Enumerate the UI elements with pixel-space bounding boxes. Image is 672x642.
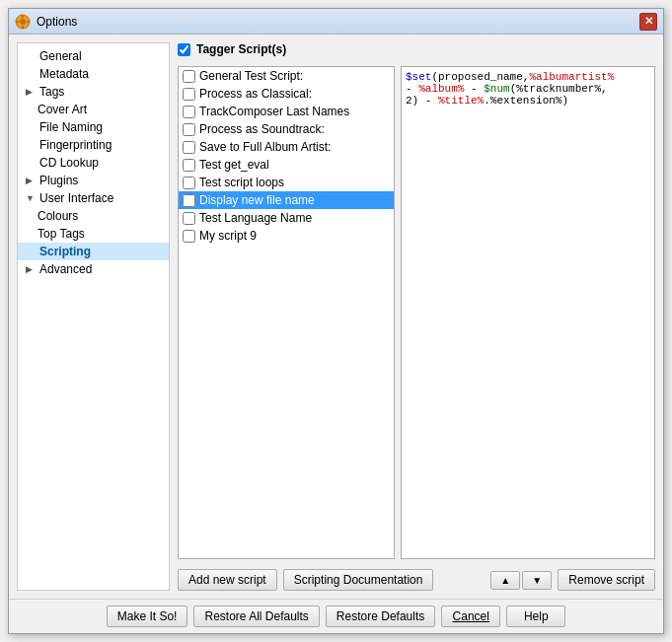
script-item-save-full-album[interactable]: Save to Full Album Artist: — [179, 138, 394, 156]
scripts-header: Tagger Script(s) — [178, 42, 655, 56]
plugins-expand-icon: ▶ — [26, 176, 36, 185]
editor-title: %title% — [438, 95, 484, 107]
tags-label: Tags — [39, 85, 64, 99]
scripts-area: General Test Script:Process as Classical… — [178, 66, 655, 559]
arrow-up-button[interactable]: ▲ — [490, 571, 520, 590]
general-label: General — [39, 49, 82, 63]
script-label-process-classical: Process as Classical: — [199, 87, 312, 101]
cancel-label: Cancel — [453, 609, 489, 623]
options-window: Options ✕ GeneralMetadata▶TagsCover ArtF… — [8, 8, 664, 634]
editor-num-val: 2) - — [406, 95, 438, 107]
metadata-label: Metadata — [39, 67, 89, 81]
script-checkbox-process-soundtrack[interactable] — [183, 123, 195, 136]
editor-album: %album% — [418, 83, 464, 95]
script-label-test-language-name: Test Language Name — [199, 211, 312, 225]
script-checkbox-general-test[interactable] — [183, 70, 195, 83]
svg-point-1 — [20, 19, 26, 25]
editor-close: ) — [561, 95, 568, 107]
sidebar-item-cd-lookup[interactable]: CD Lookup — [18, 154, 169, 172]
script-checkbox-test-language-name[interactable] — [183, 212, 195, 225]
script-checkbox-my-script-9[interactable] — [183, 230, 195, 243]
script-checkbox-trackcomposer[interactable] — [183, 106, 195, 118]
close-button[interactable]: ✕ — [639, 13, 657, 31]
svg-rect-2 — [22, 15, 24, 18]
sidebar-item-metadata[interactable]: Metadata — [18, 65, 169, 83]
script-label-save-full-album: Save to Full Album Artist: — [199, 140, 331, 154]
sidebar-item-cover-art[interactable]: Cover Art — [18, 101, 169, 118]
arrow-group: ▲ ▼ — [490, 571, 552, 590]
right-panel: Tagger Script(s) General Test Script:Pro… — [178, 42, 655, 591]
sidebar-item-general[interactable]: General — [18, 47, 169, 65]
script-item-test-language-name[interactable]: Test Language Name — [179, 209, 394, 227]
scripting-label: Scripting — [39, 245, 91, 258]
sidebar-item-advanced[interactable]: ▶Advanced — [18, 260, 169, 278]
script-item-my-script-9[interactable]: My script 9 — [179, 227, 394, 245]
main-content: GeneralMetadata▶TagsCover ArtFile Naming… — [9, 35, 663, 599]
script-checkbox-test-get-eval[interactable] — [183, 159, 195, 172]
sidebar-item-fingerprinting[interactable]: Fingerprinting — [18, 136, 169, 154]
script-item-trackcomposer[interactable]: TrackComposer Last Names — [179, 103, 394, 120]
svg-rect-5 — [27, 21, 30, 23]
script-label-general-test: General Test Script: — [199, 69, 303, 83]
editor-tracknumber: (%tracknumber%, — [510, 83, 608, 95]
tagger-scripts-label: Tagger Script(s) — [196, 42, 286, 56]
script-label-display-new-file-name: Display new file name — [199, 193, 315, 207]
svg-rect-3 — [22, 26, 24, 29]
editor-num-func: $num — [484, 83, 509, 95]
script-label-my-script-9: My script 9 — [199, 229, 257, 243]
restore-all-defaults-button[interactable]: Restore All Defaults — [193, 606, 319, 627]
sidebar-item-scripting[interactable]: Scripting — [18, 243, 169, 260]
cancel-button[interactable]: Cancel — [441, 606, 500, 627]
help-button[interactable]: Help — [506, 606, 565, 627]
cd-lookup-label: CD Lookup — [39, 156, 99, 170]
top-tags-label: Top Tags — [37, 227, 85, 241]
sidebar-item-plugins[interactable]: ▶Plugins — [18, 172, 169, 189]
restore-defaults-button[interactable]: Restore Defaults — [326, 606, 435, 627]
remove-script-button[interactable]: Remove script — [558, 569, 655, 591]
script-label-test-script-loops: Test script loops — [199, 176, 284, 189]
script-item-test-script-loops[interactable]: Test script loops — [179, 174, 394, 191]
script-label-process-soundtrack: Process as Soundtrack: — [199, 122, 325, 136]
cover-art-label: Cover Art — [37, 103, 87, 116]
script-checkbox-process-classical[interactable] — [183, 88, 195, 101]
scripting-documentation-button[interactable]: Scripting Documentation — [283, 569, 434, 591]
window-icon — [15, 14, 31, 30]
script-label-test-get-eval: Test get_eval — [199, 158, 269, 172]
scripts-buttons: Add new script Scripting Documentation ▲… — [178, 569, 655, 591]
tags-expand-icon: ▶ — [26, 87, 36, 97]
svg-rect-4 — [16, 21, 19, 23]
user-interface-label: User Interface — [39, 191, 113, 205]
file-naming-label: File Naming — [39, 120, 103, 134]
script-item-test-get-eval[interactable]: Test get_eval — [179, 156, 394, 174]
editor-minus1: - — [406, 83, 418, 95]
script-label-trackcomposer: TrackComposer Last Names — [199, 105, 349, 118]
tagger-scripts-checkbox[interactable] — [178, 43, 190, 56]
fingerprinting-label: Fingerprinting — [39, 138, 112, 152]
script-editor[interactable]: $set(proposed_name,%albumartist% - %albu… — [401, 66, 655, 559]
arrow-down-button[interactable]: ▼ — [522, 571, 552, 590]
script-item-process-classical[interactable]: Process as Classical: — [179, 85, 394, 103]
script-item-display-new-file-name[interactable]: Display new file name — [179, 191, 394, 209]
sidebar-item-top-tags[interactable]: Top Tags — [18, 225, 169, 243]
sidebar-item-tags[interactable]: ▶Tags — [18, 83, 169, 101]
editor-set-kw: $set — [406, 71, 431, 83]
make-it-so-button[interactable]: Make It So! — [107, 606, 188, 627]
script-item-process-soundtrack[interactable]: Process as Soundtrack: — [179, 120, 394, 138]
editor-minus2: - — [464, 83, 484, 95]
plugins-label: Plugins — [39, 174, 78, 187]
editor-albumartist: %albumartist% — [529, 71, 614, 83]
sidebar-item-file-naming[interactable]: File Naming — [18, 118, 169, 136]
sidebar: GeneralMetadata▶TagsCover ArtFile Naming… — [17, 42, 170, 591]
script-checkbox-display-new-file-name[interactable] — [183, 194, 195, 207]
script-checkbox-save-full-album[interactable] — [183, 141, 195, 154]
sidebar-item-colours[interactable]: Colours — [18, 207, 169, 225]
titlebar: Options ✕ — [9, 9, 663, 35]
advanced-expand-icon: ▶ — [26, 264, 36, 274]
advanced-label: Advanced — [39, 262, 92, 276]
script-item-general-test[interactable]: General Test Script: — [179, 67, 394, 85]
editor-ext: .%extension% — [484, 95, 561, 107]
script-checkbox-test-script-loops[interactable] — [183, 177, 195, 189]
editor-paren1: (proposed_name, — [431, 71, 529, 83]
add-new-script-button[interactable]: Add new script — [178, 569, 277, 591]
sidebar-item-user-interface[interactable]: ▼User Interface — [18, 189, 169, 207]
